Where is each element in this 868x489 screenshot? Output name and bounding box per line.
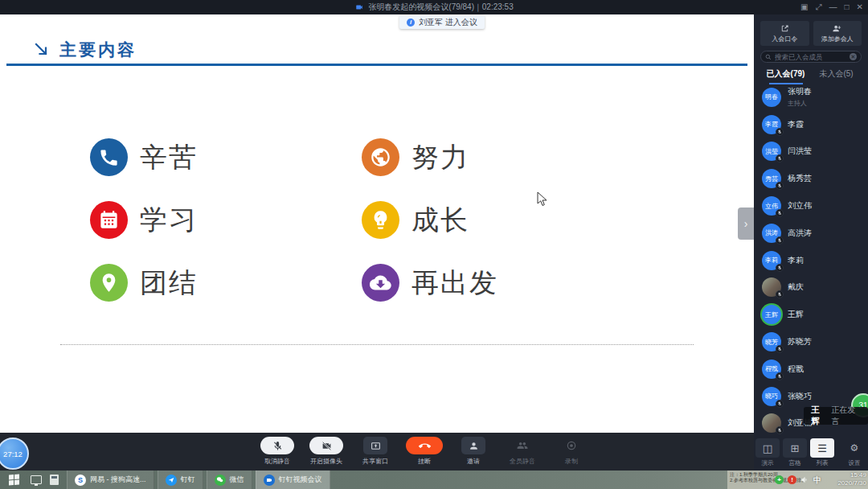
participant-name: 李霞 [788, 119, 804, 130]
start-button[interactable] [0, 471, 27, 489]
participant-row[interactable]: 明春 张明春 主持人 [754, 84, 868, 111]
task-sogou-browser[interactable]: S 网易 - 搜狗高速... [67, 471, 154, 489]
task-label: 微信 [230, 475, 244, 485]
task-label: 钉钉 [181, 475, 195, 485]
header-divider [6, 64, 747, 66]
search-input[interactable] [775, 53, 846, 61]
share-window-label: 共享窗口 [362, 457, 388, 466]
avatar-text: 立伟 [765, 202, 778, 211]
unmute-button[interactable]: 取消静音 [257, 437, 297, 466]
participant-row[interactable]: 王辉 王辉 [754, 301, 868, 328]
mic-muted-badge [776, 372, 784, 380]
mute-all-button[interactable]: 全员静音 [502, 437, 542, 466]
slide-item-xuexi: 学习 [90, 201, 198, 239]
record-button[interactable]: 录制 [551, 437, 592, 466]
camera-on-button[interactable]: 开启摄像头 [306, 437, 346, 466]
calendar-icon [90, 201, 128, 239]
mic-muted-icon [777, 129, 782, 134]
taskbar-clock[interactable]: 15:49 2020/7/30 [837, 471, 866, 487]
participant-name: 程戬 [788, 364, 804, 375]
antivirus-tray-icon[interactable]: + [775, 475, 784, 484]
mic-muted-icon [777, 211, 782, 216]
participant-name: 苏晓芳 [788, 336, 812, 347]
mic-muted-badge [776, 182, 784, 190]
input-method-indicator[interactable]: 中 [813, 475, 821, 486]
calculator-icon[interactable] [50, 475, 59, 485]
participant-row[interactable]: 洪莹 闫洪莹 [754, 138, 868, 166]
add-participant-button[interactable]: 添加参会人 [813, 21, 862, 46]
mic-muted-badge [776, 345, 784, 353]
speaking-toast: 王辉 正在发言 [804, 407, 868, 425]
participant-name: 李莉 [788, 255, 804, 266]
participant-row[interactable]: 戴庆 [754, 274, 868, 302]
participant-row[interactable]: 晓芳 苏晓芳 [754, 328, 868, 355]
view-list-label: 列表 [817, 459, 829, 467]
close-icon[interactable]: ✕ [857, 0, 863, 14]
hangup-button[interactable]: 挂断 [404, 437, 444, 466]
minimize-icon[interactable]: — [829, 0, 837, 14]
participant-row[interactable]: 李霞 李霞 [754, 111, 868, 138]
camera-off-icon [321, 441, 332, 451]
view-presenter-button[interactable]: ◫ 演示 [755, 438, 780, 467]
participant-row[interactable]: 程戬 程戬 [754, 355, 868, 383]
share-window-icon [371, 441, 381, 451]
volume-icon[interactable] [800, 475, 809, 484]
participant-name: 杨秀芸 [788, 173, 812, 184]
view-list-button[interactable]: ☰ 列表 [810, 438, 834, 467]
panel-collapse-handle[interactable]: › [738, 208, 754, 240]
globe-icon [362, 138, 399, 176]
participant-row[interactable]: 洪涛 高洪涛 [754, 220, 868, 247]
person-add-icon [833, 24, 841, 33]
task-wechat[interactable]: 微信 [207, 471, 252, 489]
gear-icon: ⚙ [842, 438, 866, 458]
slide-item-xinku: 辛苦 [90, 138, 198, 176]
fullscreen-icon[interactable]: ⤢ [816, 0, 822, 14]
tab-not-joined[interactable]: 未入会(5) [811, 68, 862, 84]
slide-item-label: 辛苦 [140, 139, 198, 176]
task-dingtalk[interactable]: 钉钉 [158, 471, 203, 489]
windows-logo-icon [9, 475, 19, 486]
dingtalk-icon [166, 475, 177, 486]
add-participant-label: 添加参会人 [821, 35, 854, 43]
avatar: 秀芸 [762, 169, 781, 188]
participant-row[interactable]: 李莉 李莉 [754, 247, 868, 274]
chevron-right-icon: › [744, 217, 748, 230]
alert-tray-icon[interactable]: ! [788, 475, 796, 484]
settings-button[interactable]: ⚙ 设置 [842, 438, 866, 467]
task-label: 网易 - 搜狗高速... [90, 475, 146, 485]
mic-muted-icon [777, 347, 782, 351]
clock-date: 2020/7/30 [837, 479, 866, 487]
avatar: 晓巧 [762, 387, 781, 406]
record-label: 录制 [565, 457, 578, 466]
avatar-text: 晓芳 [765, 338, 778, 347]
meeting-toolbar: 取消静音 开启摄像头 共享窗口 挂断 [0, 433, 754, 471]
info-icon: i [407, 18, 415, 27]
avatar: 明春 [762, 88, 781, 107]
tab-joined[interactable]: 已入会(79) [760, 68, 811, 84]
phone-icon [90, 138, 128, 176]
share-window-button[interactable]: 共享窗口 [355, 437, 395, 466]
avatar-text: 洪涛 [765, 228, 778, 237]
task-dingtalk-meeting[interactable]: 钉钉视频会议 [256, 471, 330, 489]
bulb-icon [362, 201, 399, 239]
mic-muted-icon [272, 441, 283, 451]
tab-not-joined-label: 未入会(5) [819, 69, 853, 78]
show-desktop-icon[interactable] [31, 475, 42, 484]
clear-search-icon[interactable]: ✕ [850, 53, 857, 60]
search-box: ✕ [760, 51, 862, 63]
join-code-button[interactable]: 入会口令 [760, 21, 809, 46]
avatar: 李莉 [762, 251, 781, 270]
list-layout-icon: ☰ [810, 438, 834, 458]
invite-button[interactable]: 邀请 [453, 437, 493, 466]
windows-taskbar: 注：1.秋季学期共20周， 2.参考本校历与教委有关规定安排。 S 网易 - 搜… [0, 471, 868, 489]
view-grid-button[interactable]: ⊞ 宫格 [783, 438, 807, 467]
cloud-download-icon [362, 264, 399, 302]
location-pin-icon [90, 264, 128, 302]
participant-row[interactable]: 秀芸 杨秀芸 [754, 165, 868, 192]
screenshot-icon[interactable]: ▣ [800, 0, 808, 14]
participant-name: 张明春 [788, 86, 812, 97]
mic-muted-badge [776, 264, 784, 272]
participant-row[interactable]: 立伟 刘立伟 [754, 192, 868, 220]
maximize-icon[interactable]: □ [845, 0, 850, 14]
mic-muted-badge [776, 154, 784, 162]
